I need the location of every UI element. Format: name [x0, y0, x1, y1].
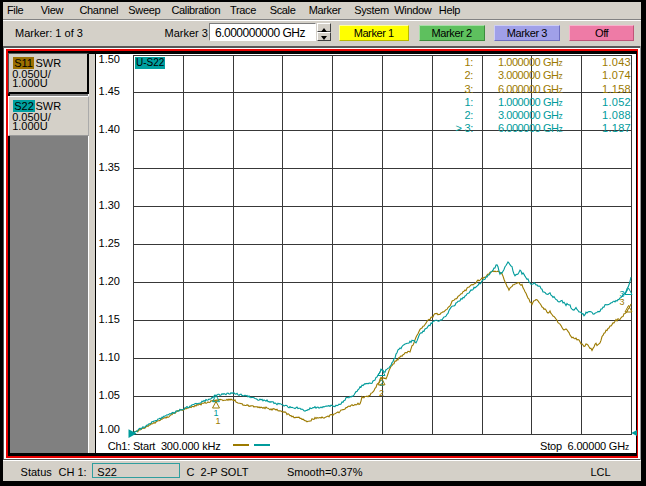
svg-text:3: 3: [619, 297, 624, 307]
svg-text:2: 2: [379, 388, 384, 398]
svg-text:1: 1: [215, 416, 220, 426]
